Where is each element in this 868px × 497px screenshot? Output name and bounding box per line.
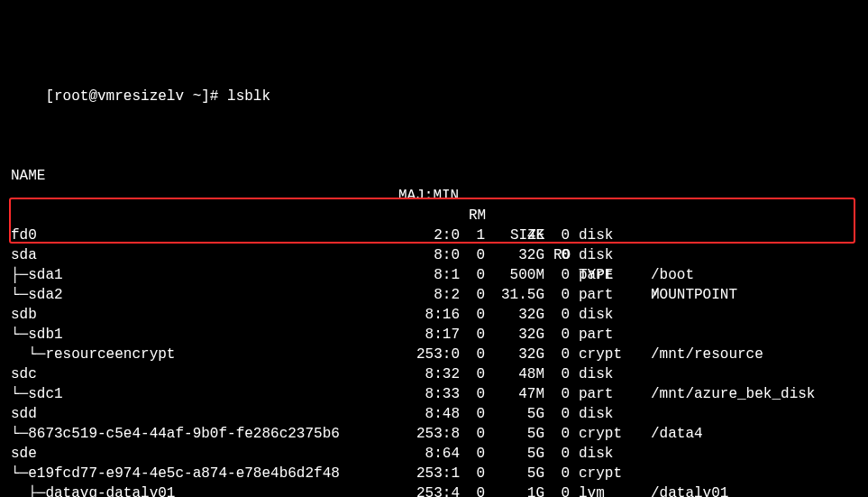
cell-type: disk: [579, 444, 624, 464]
cell-type: lvm: [579, 483, 624, 497]
cell-size: 32G: [494, 345, 544, 364]
cell-size: 5G: [494, 444, 544, 464]
hdr-name: NAME: [11, 166, 45, 186]
lsblk-row: └─resourceencrypt253:0032G0crypt/mnt/res…: [11, 345, 857, 364]
cell-name: └─resourceencrypt: [11, 345, 175, 364]
cell-majmin: 253:4: [398, 483, 460, 497]
lsblk-row: └─e19fcd77-e974-4e5c-a874-e78e4b6d2f4825…: [11, 464, 857, 483]
cell-majmin: 8:48: [398, 404, 460, 424]
cell-mount: /boot: [651, 265, 694, 285]
cell-rm: 1: [469, 225, 485, 245]
cell-rm: 0: [469, 483, 485, 497]
cell-mount: /mnt/azure_bek_disk: [651, 384, 815, 404]
lsblk-rows: fd02:014K0disksda8:0032G0disk├─sda18:105…: [11, 225, 857, 497]
cell-type: disk: [579, 305, 624, 325]
cell-name: └─sdb1: [11, 325, 63, 345]
cell-size: 48M: [494, 364, 544, 384]
cell-size: 4K: [494, 225, 544, 245]
cell-ro: 0: [553, 225, 570, 245]
cell-rm: 0: [469, 265, 485, 285]
cell-majmin: 253:8: [398, 424, 460, 444]
lsblk-row: sdb8:16032G0disk: [11, 305, 857, 325]
cell-ro: 0: [553, 345, 570, 364]
cell-size: 32G: [494, 305, 544, 325]
cell-ro: 0: [553, 265, 570, 285]
cell-ro: 0: [553, 364, 570, 384]
cell-rm: 0: [469, 245, 485, 265]
cell-size: 47M: [494, 384, 544, 404]
terminal: [root@vmresizelv ~]# lsblk NAME MAJ:MIN …: [0, 0, 868, 497]
cell-majmin: 2:0: [398, 225, 460, 245]
cell-type: crypt: [579, 464, 624, 483]
lsblk-row: sde8:6405G0disk: [11, 444, 857, 464]
hdr-rm: RM: [469, 206, 486, 225]
cell-ro: 0: [553, 305, 570, 325]
cell-mount: /data4: [651, 424, 703, 444]
cell-ro: 0: [553, 483, 570, 497]
lsblk-row: └─sdc18:33047M0part/mnt/azure_bek_disk: [11, 384, 857, 404]
cell-name: sdb: [11, 305, 37, 325]
cell-majmin: 8:2: [398, 285, 460, 305]
cell-name: sdc: [11, 364, 37, 384]
cell-ro: 0: [553, 384, 570, 404]
lsblk-header: NAME MAJ:MIN RM SIZE RO TYPE MOUNTPOINT: [11, 146, 857, 166]
cell-type: part: [579, 285, 624, 305]
cell-majmin: 8:32: [398, 364, 460, 384]
lsblk-row: └─sdb18:17032G0part: [11, 325, 857, 345]
cell-rm: 0: [469, 404, 485, 424]
cell-majmin: 8:0: [398, 245, 460, 265]
lsblk-row: sdd8:4805G0disk: [11, 404, 857, 424]
cell-type: disk: [579, 364, 624, 384]
cell-name: ├─sda1: [11, 265, 63, 285]
cell-type: part: [579, 325, 624, 345]
cell-rm: 0: [469, 364, 485, 384]
cell-name: sdd: [11, 404, 37, 424]
cell-size: 5G: [494, 464, 544, 483]
cell-ro: 0: [553, 285, 570, 305]
cell-size: 32G: [494, 245, 544, 265]
cell-name: └─e19fcd77-e974-4e5c-a874-e78e4b6d2f48: [11, 464, 340, 483]
cell-rm: 0: [469, 325, 485, 345]
cell-rm: 0: [469, 305, 485, 325]
cell-size: 32G: [494, 325, 544, 345]
cell-ro: 0: [553, 444, 570, 464]
cell-type: crypt: [579, 424, 624, 444]
lsblk-row: sdc8:32048M0disk: [11, 364, 857, 384]
cell-rm: 0: [469, 424, 485, 444]
cell-size: 500M: [494, 265, 544, 285]
cell-mount: /datalv01: [651, 483, 728, 497]
cell-ro: 0: [553, 424, 570, 444]
cell-type: part: [579, 265, 624, 285]
prompt-line: [root@vmresizelv ~]# lsblk: [11, 67, 857, 87]
cell-size: 5G: [494, 404, 544, 424]
cell-type: disk: [579, 404, 624, 424]
cell-ro: 0: [553, 404, 570, 424]
cell-type: crypt: [579, 345, 624, 364]
cell-type: disk: [579, 245, 624, 265]
cell-ro: 0: [553, 245, 570, 265]
cell-rm: 0: [469, 285, 485, 305]
lsblk-row: ├─datavg-datalv01253:401G0lvm/datalv01: [11, 483, 857, 497]
cell-majmin: 8:64: [398, 444, 460, 464]
cell-type: disk: [579, 225, 624, 245]
cell-majmin: 8:17: [398, 325, 460, 345]
cell-name: sde: [11, 444, 37, 464]
cell-size: 5G: [494, 424, 544, 444]
cell-rm: 0: [469, 345, 485, 364]
cell-mount: /: [651, 285, 660, 305]
cell-name: fd0: [11, 225, 37, 245]
cell-ro: 0: [553, 325, 570, 345]
cell-name: sda: [11, 245, 37, 265]
cell-rm: 0: [469, 384, 485, 404]
lsblk-row: └─8673c519-c5e4-44af-9b0f-fe286c2375b625…: [11, 424, 857, 444]
cell-majmin: 8:1: [398, 265, 460, 285]
cell-name: └─sda2: [11, 285, 63, 305]
cell-type: part: [579, 384, 624, 404]
cell-size: 1G: [494, 483, 544, 497]
cell-name: └─8673c519-c5e4-44af-9b0f-fe286c2375b6: [11, 424, 340, 444]
cell-name: └─sdc1: [11, 384, 63, 404]
cell-rm: 0: [469, 444, 485, 464]
cell-name: ├─datavg-datalv01: [11, 483, 175, 497]
lsblk-row: ├─sda18:10500M0part/boot: [11, 265, 857, 285]
shell-prompt: [root@vmresizelv ~]# lsblk: [45, 88, 270, 105]
